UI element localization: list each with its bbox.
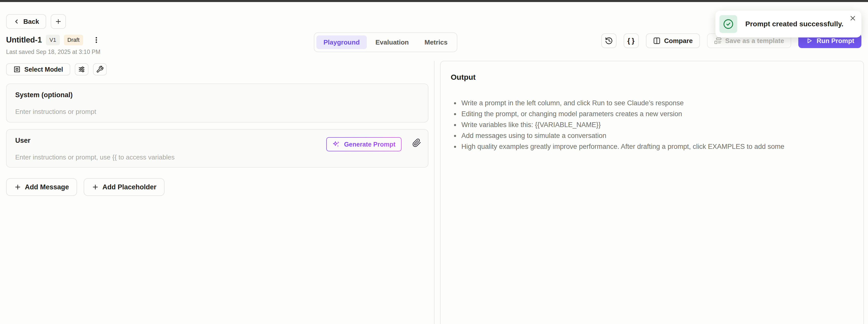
chevron-left-icon [13,18,20,25]
composer-actions: Add Message Add Placeholder [6,178,164,196]
plus-icon [55,18,62,25]
user-input-placeholder[interactable]: Enter instructions or prompt, use {{ to … [15,153,175,161]
output-hint-item: Write variables like this: {{VARIABLE_NA… [460,119,853,130]
run-prompt-label: Run Prompt [816,37,854,45]
output-hints-list: Write a prompt in the left column, and c… [460,98,853,152]
back-label: Back [23,18,39,26]
sparkles-icon [332,140,340,148]
tab-metrics[interactable]: Metrics [417,35,455,49]
system-input-placeholder[interactable]: Enter instructions or prompt [15,108,96,116]
plus-icon [92,183,99,191]
template-icon [714,37,722,44]
back-button[interactable]: Back [6,14,46,29]
user-label: User [15,137,30,145]
output-title: Output [451,73,853,81]
system-prompt-card[interactable]: System (optional) Enter instructions or … [6,83,428,122]
tab-playground[interactable]: Playground [316,35,367,49]
more-options-button[interactable] [91,34,102,45]
columns-icon [653,37,661,44]
attach-file-button[interactable] [412,138,421,147]
add-placeholder-button[interactable]: Add Placeholder [84,178,164,196]
success-toast: Prompt created successfully. [715,11,861,37]
get-code-button[interactable]: { } [624,33,639,48]
version-history-button[interactable] [601,33,617,48]
wrench-icon [96,66,104,73]
select-model-button[interactable]: Select Model [6,63,70,75]
check-circle-icon [722,18,734,30]
output-hint-item: High quality examples greatly improve pe… [460,141,853,152]
save-as-template-label: Save as a template [725,37,784,45]
last-saved-text: Last saved Sep 18, 2025 at 3:10 PM [6,48,100,56]
sliders-icon [78,66,86,73]
user-message-card[interactable]: User Generate Prompt Enter instructions … [6,129,428,168]
toast-close-button[interactable] [848,14,857,23]
status-badge: Draft [64,35,83,45]
plus-icon [14,183,21,191]
model-icon [13,66,21,73]
back-row: Back [6,14,66,29]
output-hint-item: Write a prompt in the left column, and c… [460,98,853,109]
output-hint-item: Add messages using to simulate a convers… [460,130,853,141]
compare-label: Compare [664,37,693,45]
tools-button[interactable] [93,63,107,75]
window-top-bar [0,0,868,2]
view-tabs: PlaygroundEvaluationMetrics [314,32,457,52]
model-toolbar: Select Model [6,63,107,75]
toast-message: Prompt created successfully. [745,20,843,28]
output-hint-item: Editing the prompt, or changing model pa… [460,109,853,119]
panel-divider [434,61,435,324]
generate-prompt-button[interactable]: Generate Prompt [326,137,402,151]
add-message-label: Add Message [25,183,69,191]
model-parameters-button[interactable] [75,63,89,75]
generate-prompt-label: Generate Prompt [344,141,396,148]
compare-button[interactable]: Compare [646,33,700,48]
history-icon [605,37,613,45]
tab-evaluation[interactable]: Evaluation [368,35,416,49]
version-badge: V1 [46,35,60,45]
new-prompt-button[interactable] [51,14,66,29]
add-message-button[interactable]: Add Message [6,178,77,196]
success-icon-wrap [719,15,737,33]
add-placeholder-label: Add Placeholder [102,183,156,191]
title-row: Untitled-1 V1 Draft [6,34,102,45]
system-label: System (optional) [15,91,73,99]
paperclip-icon [412,138,421,147]
output-panel: Output Write a prompt in the left column… [440,61,864,324]
kebab-icon [93,36,100,44]
close-icon [849,14,857,22]
code-braces-icon: { } [627,37,635,45]
select-model-label: Select Model [24,66,63,73]
play-icon [805,37,813,44]
page-title: Untitled-1 [6,35,42,44]
